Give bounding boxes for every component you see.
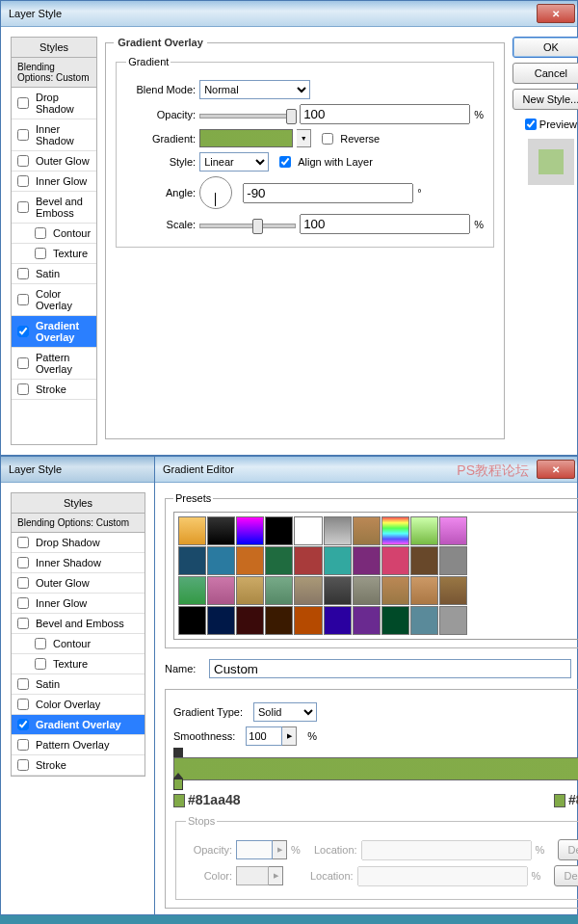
styles-item-pattern-overlay[interactable]: Pattern Overlay [12, 735, 144, 755]
checkbox[interactable] [17, 155, 29, 167]
smoothness-spinner[interactable]: ▶ [282, 726, 297, 746]
preset-swatch[interactable] [178, 576, 206, 605]
checkbox[interactable] [35, 227, 46, 239]
angle-dial[interactable] [199, 176, 232, 209]
preset-swatch[interactable] [207, 576, 235, 605]
styles-header[interactable]: Styles [12, 493, 144, 514]
preset-swatch[interactable] [381, 576, 409, 605]
preset-swatch[interactable] [439, 546, 467, 575]
preset-swatch[interactable] [265, 516, 293, 545]
styles-item-drop-shadow[interactable]: Drop Shadow [12, 88, 96, 119]
checkbox[interactable] [17, 383, 29, 395]
styles-header[interactable]: Styles [12, 38, 96, 58]
preset-swatch[interactable] [236, 606, 264, 635]
preset-swatch[interactable] [178, 546, 206, 575]
color-stop-left[interactable] [173, 779, 183, 790]
styles-item-texture[interactable]: Texture [12, 654, 144, 674]
preset-swatch[interactable] [439, 606, 467, 635]
checkbox[interactable] [17, 97, 29, 109]
styles-item-inner-glow[interactable]: Inner Glow [12, 594, 144, 614]
reverse-checkbox[interactable] [322, 133, 333, 145]
align-checkbox[interactable] [279, 156, 291, 168]
styles-item-stroke[interactable]: Stroke [12, 755, 144, 776]
cancel-button[interactable]: Cancel [512, 63, 578, 84]
angle-input[interactable] [243, 183, 413, 203]
opacity-slider[interactable] [199, 107, 296, 122]
preset-swatch[interactable] [265, 606, 293, 635]
preset-swatch[interactable] [265, 576, 293, 605]
close-button[interactable]: ✕ [537, 4, 575, 23]
styles-item-gradient-overlay[interactable]: Gradient Overlay [12, 715, 144, 735]
preset-swatch[interactable] [324, 516, 352, 545]
styles-item-pattern-overlay[interactable]: Pattern Overlay [12, 348, 96, 380]
type-select[interactable]: Solid [253, 702, 317, 722]
gradient-dropdown-arrow[interactable]: ▼ [297, 129, 311, 147]
ok-button[interactable]: OK [512, 37, 578, 58]
name-input[interactable] [209, 659, 571, 678]
checkbox[interactable] [17, 175, 29, 187]
opacity-input[interactable] [300, 104, 470, 124]
styles-item-inner-shadow[interactable]: Inner Shadow [12, 553, 144, 573]
smoothness-input[interactable] [246, 726, 282, 746]
preset-swatch[interactable] [410, 606, 438, 635]
preset-swatch[interactable] [381, 606, 409, 635]
preset-swatch[interactable] [410, 576, 438, 605]
preset-swatch[interactable] [207, 516, 235, 545]
scale-slider[interactable] [199, 217, 296, 232]
preset-swatch[interactable] [265, 546, 293, 575]
checkbox[interactable] [35, 248, 46, 259]
preset-swatch[interactable] [236, 516, 264, 545]
preset-swatch[interactable] [353, 576, 381, 605]
preset-swatch[interactable] [294, 546, 322, 575]
styles-item-texture[interactable]: Texture [12, 244, 96, 264]
new-style-button[interactable]: New Style... [512, 89, 578, 110]
preset-swatch[interactable] [410, 546, 438, 575]
scale-input[interactable] [300, 214, 470, 234]
preset-swatch[interactable] [324, 576, 352, 605]
preset-swatch[interactable] [410, 516, 438, 545]
preset-swatch[interactable] [207, 546, 235, 575]
checkbox[interactable] [17, 326, 29, 337]
preset-swatch[interactable] [207, 606, 235, 635]
gradient-swatch[interactable] [199, 129, 293, 147]
styles-item-drop-shadow[interactable]: Drop Shadow [12, 533, 144, 553]
styles-item-color-overlay[interactable]: Color Overlay [12, 284, 96, 316]
styles-item-bevel-emboss[interactable]: Bevel and Emboss [12, 614, 144, 634]
blending-options-row[interactable]: Blending Options: Custom [12, 58, 96, 88]
blend-mode-select[interactable]: Normal [199, 80, 310, 99]
preset-swatch[interactable] [178, 516, 206, 545]
preset-swatch[interactable] [178, 606, 206, 635]
preset-swatch[interactable] [324, 606, 352, 635]
preset-swatch[interactable] [236, 546, 264, 575]
styles-item-satin[interactable]: Satin [12, 674, 144, 695]
titlebar[interactable]: Gradient Editor PS教程论坛 ✕ [155, 457, 577, 483]
styles-item-gradient-overlay[interactable]: Gradient Overlay [12, 316, 96, 348]
preset-swatch[interactable] [324, 546, 352, 575]
styles-item-outer-glow[interactable]: Outer Glow [12, 151, 96, 172]
preset-swatch[interactable] [353, 546, 381, 575]
preset-swatch[interactable] [294, 516, 322, 545]
preset-swatch[interactable] [381, 546, 409, 575]
preset-swatch[interactable] [353, 606, 381, 635]
styles-item-inner-glow[interactable]: Inner Glow [12, 172, 96, 192]
opacity-stop-left[interactable] [173, 748, 183, 757]
preset-swatch[interactable] [294, 606, 322, 635]
styles-item-satin[interactable]: Satin [12, 264, 96, 284]
styles-item-contour[interactable]: Contour [12, 224, 96, 244]
preset-swatch[interactable] [353, 516, 381, 545]
preset-swatch[interactable] [439, 576, 467, 605]
preview-checkbox[interactable] [525, 119, 537, 130]
preset-swatch[interactable] [439, 516, 467, 545]
close-button[interactable]: ✕ [537, 460, 575, 479]
checkbox[interactable] [17, 268, 29, 279]
preset-swatch[interactable] [294, 576, 322, 605]
styles-item-color-overlay[interactable]: Color Overlay [12, 695, 144, 715]
preset-swatch[interactable] [381, 516, 409, 545]
styles-item-contour[interactable]: Contour [12, 634, 144, 654]
styles-item-outer-glow[interactable]: Outer Glow [12, 573, 144, 594]
gradient-bar[interactable] [173, 757, 578, 780]
styles-item-bevel-emboss[interactable]: Bevel and Emboss [12, 192, 96, 224]
blending-options-row[interactable]: Blending Options: Custom [12, 514, 144, 533]
styles-item-inner-shadow[interactable]: Inner Shadow [12, 119, 96, 151]
style-select[interactable]: Linear [199, 152, 269, 172]
